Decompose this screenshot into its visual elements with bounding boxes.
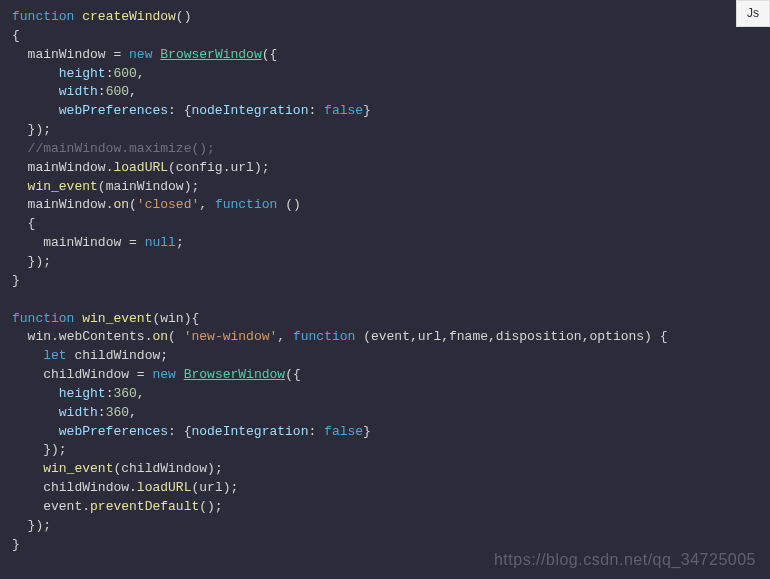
- id-url-2: url: [418, 329, 441, 344]
- prop-width-2: width: [59, 405, 98, 420]
- num-360b: 360: [106, 405, 129, 420]
- prop-webPreferences-2: webPreferences: [59, 424, 168, 439]
- id-url: url: [230, 160, 253, 175]
- num-360: 360: [113, 386, 136, 401]
- id-disposition: disposition: [496, 329, 582, 344]
- kw-false-2: false: [324, 424, 363, 439]
- id-mainWindow-5: mainWindow: [43, 235, 121, 250]
- call-win_event: win_event: [28, 179, 98, 194]
- num-600: 600: [113, 66, 136, 81]
- id-event-2: event: [43, 499, 82, 514]
- id-childWindow-4: childWindow: [43, 480, 129, 495]
- id-mainWindow-3: mainWindow: [106, 179, 184, 194]
- id-config: config: [176, 160, 223, 175]
- prop-webPreferences: webPreferences: [59, 103, 168, 118]
- call-preventDefault: preventDefault: [90, 499, 199, 514]
- cls-BrowserWindow-2: BrowserWindow: [184, 367, 285, 382]
- str-closed: 'closed': [137, 197, 199, 212]
- fn-createWindow: createWindow: [82, 9, 176, 24]
- num-600b: 600: [106, 84, 129, 99]
- id-url-3: url: [199, 480, 222, 495]
- keyword-function: function: [12, 9, 74, 24]
- prop-height: height: [59, 66, 106, 81]
- kw-false: false: [324, 103, 363, 118]
- prop-width: width: [59, 84, 98, 99]
- id-childWindow-3: childWindow: [121, 461, 207, 476]
- keyword-new-2: new: [152, 367, 175, 382]
- keyword-function-3: function: [12, 311, 74, 326]
- id-win: win: [160, 311, 183, 326]
- id-mainWindow-4: mainWindow: [28, 197, 106, 212]
- call-on: on: [113, 197, 129, 212]
- call-loadURL: loadURL: [113, 160, 168, 175]
- id-childWindow-2: childWindow: [43, 367, 129, 382]
- id-event: event: [371, 329, 410, 344]
- code-block: function createWindow() { mainWindow = n…: [0, 0, 770, 562]
- id-mainWindow: mainWindow: [28, 47, 106, 62]
- keyword-function-2: function: [215, 197, 277, 212]
- keyword-function-4: function: [293, 329, 355, 344]
- prop-height-2: height: [59, 386, 106, 401]
- call-loadURL-2: loadURL: [137, 480, 192, 495]
- prop-webContents: webContents: [59, 329, 145, 344]
- keyword-new: new: [129, 47, 152, 62]
- call-win_event-2: win_event: [43, 461, 113, 476]
- id-options: options: [589, 329, 644, 344]
- kw-null: null: [145, 235, 176, 250]
- id-fname: fname: [449, 329, 488, 344]
- cls-BrowserWindow: BrowserWindow: [160, 47, 261, 62]
- keyword-let: let: [43, 348, 66, 363]
- watermark: https://blog.csdn.net/qq_34725005: [494, 548, 756, 571]
- id-win-2: win: [28, 329, 51, 344]
- str-new-window: 'new-window': [184, 329, 278, 344]
- id-childWindow: childWindow: [74, 348, 160, 363]
- prop-nodeIntegration-2: nodeIntegration: [191, 424, 308, 439]
- comment-maximize: //mainWindow.maximize();: [28, 141, 215, 156]
- id-mainWindow-2: mainWindow: [28, 160, 106, 175]
- call-on-2: on: [152, 329, 168, 344]
- prop-nodeIntegration: nodeIntegration: [191, 103, 308, 118]
- language-badge: Js: [736, 0, 770, 27]
- fn-win_event: win_event: [82, 311, 152, 326]
